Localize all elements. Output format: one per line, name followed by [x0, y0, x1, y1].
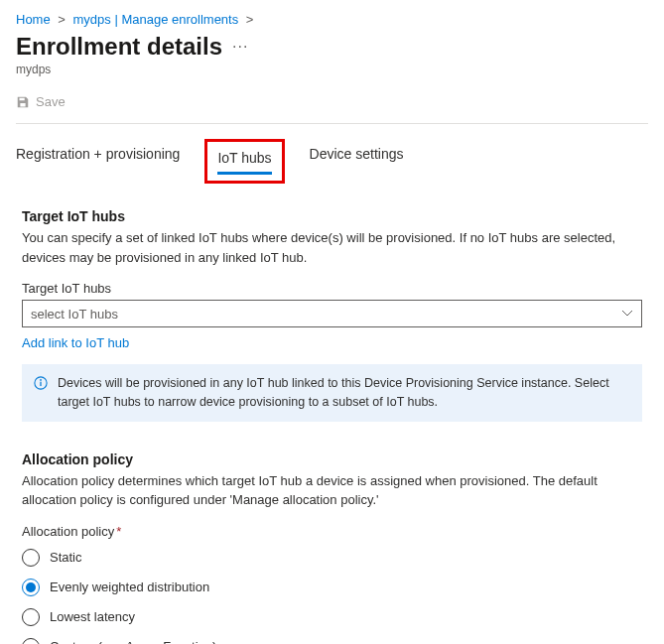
radio-evenly-weighted-label: Evenly weighted distribution: [50, 580, 209, 594]
target-hubs-field-label: Target IoT hubs: [22, 281, 642, 296]
allocation-description: Allocation policy determines which targe…: [22, 471, 642, 510]
target-hubs-heading: Target IoT hubs: [22, 208, 642, 224]
divider: [16, 123, 648, 124]
allocation-field-label: Allocation policy*: [22, 524, 642, 539]
section-allocation-policy: Allocation policy Allocation policy dete…: [16, 451, 648, 645]
tab-registration-provisioning[interactable]: Registration + provisioning: [16, 142, 180, 172]
add-link-to-iot-hub[interactable]: Add link to IoT hub: [22, 335, 129, 350]
save-button-label: Save: [36, 94, 66, 109]
chevron-down-icon: [621, 308, 633, 320]
radio-static[interactable]: Static: [22, 549, 642, 567]
radio-icon: [22, 638, 40, 645]
tabs: Registration + provisioning IoT hubs Dev…: [16, 142, 648, 181]
tab-device-settings[interactable]: Device settings: [310, 142, 404, 172]
allocation-radio-group: Static Evenly weighted distribution Lowe…: [22, 549, 642, 645]
more-actions-button[interactable]: ···: [232, 38, 248, 56]
tab-iot-hubs-highlight: IoT hubs: [207, 142, 281, 181]
info-box-text: Devices will be provisioned in any IoT h…: [58, 374, 630, 412]
target-hubs-dropdown[interactable]: select IoT hubs: [22, 300, 642, 327]
radio-icon: [22, 608, 40, 626]
radio-static-label: Static: [50, 550, 82, 565]
section-target-iot-hubs: Target IoT hubs You can specify a set of…: [16, 208, 648, 422]
radio-lowest-latency-label: Lowest latency: [50, 609, 135, 624]
svg-rect-2: [40, 382, 41, 386]
info-icon: [34, 376, 48, 390]
page-title: Enrollment details: [16, 33, 222, 61]
chevron-right-icon: >: [246, 12, 254, 27]
breadcrumb-parent[interactable]: mydps | Manage enrollments: [73, 12, 239, 27]
save-button[interactable]: Save: [16, 90, 66, 113]
allocation-field-label-text: Allocation policy: [22, 524, 114, 539]
chevron-right-icon: >: [58, 12, 66, 27]
info-box: Devices will be provisioned in any IoT h…: [22, 364, 642, 422]
radio-lowest-latency[interactable]: Lowest latency: [22, 608, 642, 626]
radio-custom[interactable]: Custom (use Azure Function): [22, 638, 642, 645]
radio-custom-label: Custom (use Azure Function): [50, 639, 216, 644]
required-asterisk: *: [116, 524, 121, 539]
radio-evenly-weighted[interactable]: Evenly weighted distribution: [22, 579, 642, 596]
tab-iot-hubs[interactable]: IoT hubs: [217, 146, 271, 175]
breadcrumb: Home > mydps | Manage enrollments >: [16, 12, 648, 27]
allocation-heading: Allocation policy: [22, 451, 642, 467]
breadcrumb-home[interactable]: Home: [16, 12, 51, 27]
target-hubs-dropdown-value: select IoT hubs: [31, 307, 118, 322]
page-subtitle: mydps: [16, 63, 648, 76]
radio-icon: [22, 579, 40, 596]
svg-point-1: [40, 379, 42, 381]
target-hubs-description: You can specify a set of linked IoT hubs…: [22, 228, 642, 267]
radio-icon: [22, 549, 40, 567]
toolbar: Save: [16, 90, 648, 113]
save-icon: [16, 95, 30, 109]
